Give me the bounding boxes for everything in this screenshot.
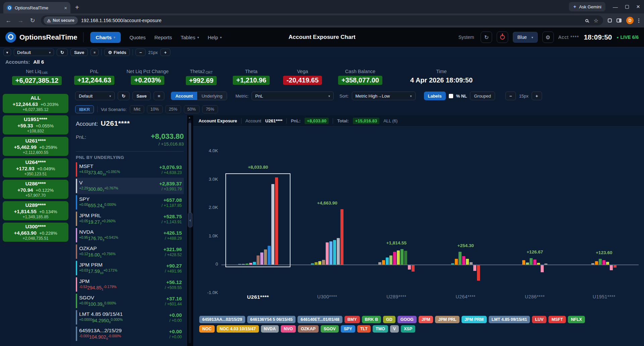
panel-font-minus[interactable]: −	[505, 92, 516, 100]
url-bar[interactable]: ⚠ Not secure 192.168.1.156:5000/account-…	[41, 15, 603, 25]
x-axis-label[interactable]: U300****	[301, 294, 354, 299]
accounts-value[interactable]: All 6	[33, 59, 44, 65]
underlying-row[interactable]: JPM PRM+0.0317.5910+0.171%+90.27/ +491.9…	[76, 260, 184, 276]
extensions-icon[interactable]	[608, 18, 612, 22]
bar[interactable]	[326, 242, 329, 265]
ticker-chip-JPM-PRM[interactable]: JPM PRM	[462, 316, 487, 323]
refresh-button[interactable]: ↻	[481, 32, 492, 43]
bar[interactable]	[462, 256, 465, 265]
x-axis-label[interactable]: U1951****	[577, 294, 631, 299]
reload-icon[interactable]: ↻	[29, 17, 36, 24]
bar[interactable]	[522, 260, 525, 265]
power-button[interactable]	[497, 32, 508, 43]
panel-reload-button[interactable]: ↻	[118, 92, 129, 100]
tab-account[interactable]: Account	[171, 92, 197, 100]
font-minus-button[interactable]: −	[136, 49, 146, 56]
underlying-row[interactable]: LMT 4.85 09/15/41+0.000094.295000.000%+0…	[76, 309, 184, 326]
bar[interactable]	[412, 265, 415, 272]
x-axis-label[interactable]: U286****	[508, 294, 562, 299]
underlying-row[interactable]: SPY+0.00655.2400.000%+657.08/ +1,187.85	[76, 194, 184, 211]
chart-selection-box[interactable]	[225, 173, 290, 267]
theme-select[interactable]: Blue ▾	[513, 32, 537, 43]
bar[interactable]	[537, 263, 540, 265]
minimize-button[interactable]: —	[613, 4, 618, 10]
collapse-panel-handle[interactable]: ‹	[188, 213, 193, 227]
side-panel-icon[interactable]	[616, 18, 622, 22]
preset-menu-button[interactable]: ▾	[3, 49, 11, 56]
chart-all-accounts[interactable]: ALL (6)	[383, 118, 397, 123]
underlying-row[interactable]: JPM PRL+0.0519.277+0.260%+528.75/ +1,143…	[76, 211, 184, 227]
panel-menu-icon[interactable]: ≡	[154, 92, 164, 100]
ticker-chip-TLT[interactable]: TLT	[357, 325, 371, 333]
scroll-up-icon[interactable]: ▲	[188, 116, 191, 119]
save-button[interactable]: Save	[70, 49, 88, 56]
close-window-button[interactable]: ×	[636, 3, 640, 10]
vol-option-25[interactable]: 25%	[165, 105, 181, 113]
bar[interactable]	[610, 265, 613, 270]
reload-preset-button[interactable]: ↻	[57, 49, 68, 56]
bar[interactable]	[533, 260, 536, 265]
not-secure-badge[interactable]: ⚠ Not secure	[44, 16, 78, 24]
browser-menu-icon[interactable]	[638, 18, 639, 23]
bar[interactable]	[397, 250, 400, 265]
ticker-chip-BRK-B[interactable]: BRK B	[362, 316, 381, 323]
vol-option-50[interactable]: 50%	[184, 105, 200, 113]
bar[interactable]	[329, 241, 332, 265]
labels-button[interactable]: Labels	[424, 92, 446, 100]
browser-tab[interactable]: OptionsRealTime ×	[3, 2, 70, 13]
x-axis-label[interactable]: U264****	[439, 294, 492, 299]
nav-item-help[interactable]: Help▾	[208, 35, 222, 40]
layout-menu-icon[interactable]: ≡	[91, 49, 99, 56]
ticker-chip-NVDA[interactable]: NVDA	[261, 325, 279, 333]
bar[interactable]	[318, 261, 321, 265]
zoom-search-icon[interactable]	[585, 19, 588, 22]
ticker-chip-LUV[interactable]: LUV	[532, 316, 546, 323]
underlying-row[interactable]: NVDA+0.95176.703+0.541%+426.15/ +488.29	[76, 227, 184, 243]
account-tile-ALL[interactable]: ALL+12,244.63+0.203%+6,027,385.12	[3, 94, 68, 113]
panel-save-button[interactable]: Save	[132, 92, 151, 100]
x-axis-label[interactable]: U289****	[370, 294, 423, 299]
account-tile-U289[interactable]: U289****+1,814.55+0.134%+1,349,185.85	[3, 201, 68, 220]
bar[interactable]	[591, 263, 594, 265]
bar[interactable]	[477, 265, 480, 281]
ticker-chip-646136Y54-5-06-15-45[interactable]: 646136Y54 5 06/15/45	[247, 316, 296, 323]
bar[interactable]	[473, 265, 476, 271]
underlying-row[interactable]: 645913A...2/15/29-0.000104.9020-0.000%+0…	[76, 326, 184, 342]
broker-ibkr-button[interactable]: IBKR	[75, 105, 94, 113]
bar[interactable]	[526, 263, 529, 265]
bar[interactable]	[311, 263, 314, 265]
ticker-chip-LMT-4-85-09-15-41[interactable]: LMT 4.85 09/15/41	[489, 316, 530, 323]
maximize-button[interactable]	[625, 5, 629, 9]
bar[interactable]	[544, 264, 547, 265]
ticker-chip-V[interactable]: V	[390, 325, 399, 333]
ticker-chip-GOOG[interactable]: GOOG	[397, 316, 417, 323]
bar[interactable]	[382, 260, 385, 265]
bar[interactable]	[541, 265, 544, 272]
account-tile-U261[interactable]: U261****+5,462.99+0.259%+2,112,600.55	[3, 137, 68, 156]
ticker-chip-TMO[interactable]: TMO	[373, 325, 388, 333]
font-plus-button[interactable]: +	[160, 49, 170, 56]
nav-item-charts[interactable]: Charts▾	[90, 32, 121, 43]
bar[interactable]	[530, 258, 533, 265]
forward-icon[interactable]: →	[17, 17, 24, 24]
back-icon[interactable]: ←	[5, 17, 12, 24]
underlying-row[interactable]: SGOV+0.00100.3900.000%+37.16/ +601.44	[76, 293, 184, 309]
bar[interactable]	[595, 261, 598, 265]
ticker-chip-NFLX[interactable]: NFLX	[568, 316, 585, 323]
nav-item-tables[interactable]: Tables▾	[181, 35, 199, 40]
panel-font-plus[interactable]: +	[532, 92, 542, 100]
account-tile-U264[interactable]: U264****+172.93+0.049%+350,123.51	[3, 158, 68, 177]
x-axis-label[interactable]: U261****	[231, 294, 285, 300]
bar[interactable]	[333, 240, 336, 265]
ticker-chip-MSFT[interactable]: MSFT	[548, 316, 566, 323]
new-tab-button[interactable]: +	[75, 4, 79, 11]
ticker-chip-SGOV[interactable]: SGOV	[321, 325, 339, 333]
bar[interactable]	[337, 238, 340, 265]
bar[interactable]	[606, 262, 609, 265]
nav-item-quotes[interactable]: Quotes	[129, 35, 146, 40]
ticker-chip-GD[interactable]: GD	[383, 316, 395, 323]
scrollbar-thumb[interactable]	[189, 123, 191, 223]
bar[interactable]	[393, 252, 396, 265]
profile-avatar[interactable]: D	[626, 17, 634, 24]
settings-button[interactable]: ⚙	[542, 32, 554, 43]
